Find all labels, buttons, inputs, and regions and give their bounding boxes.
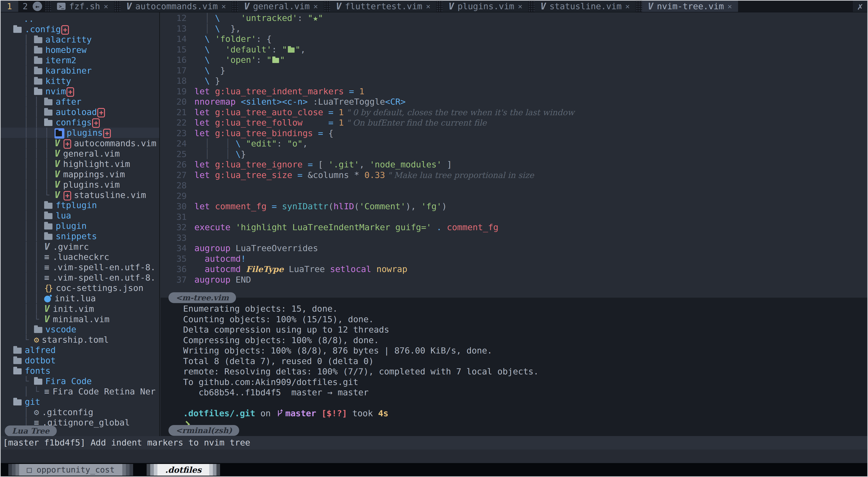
tree-item-configs[interactable]: │ │ configs+: [13, 117, 159, 128]
tree-item-.config[interactable]: .config+: [13, 24, 159, 34]
code-line: 21let g:lua_tree_auto_close = 1 " 0 by d…: [161, 107, 867, 118]
tab-fzf.sh[interactable]: >_fzf.sh×: [51, 1, 114, 12]
tree-item-nvim[interactable]: │ nvim+: [13, 86, 159, 97]
tree-item-highlight.vim[interactable]: │ │ │ Vhighlight.vim: [13, 159, 159, 169]
tab-close-icon[interactable]: ×: [518, 2, 522, 11]
tree-item-..[interactable]: ..: [13, 14, 159, 24]
tree-item-ftplugin[interactable]: │ │ ftplugin: [13, 200, 159, 210]
folder-closed-icon: [44, 99, 53, 105]
tree-item-kitty[interactable]: │ kitty: [13, 76, 159, 86]
vim-cmdline-area: [1, 449, 867, 463]
tree-item-plugin[interactable]: │ │ plugin: [13, 221, 159, 231]
tab-close-icon[interactable]: ×: [221, 2, 226, 11]
close-all-icon[interactable]: ✗: [853, 1, 867, 12]
tree-item-vscode[interactable]: │ vscode: [13, 324, 159, 335]
prompt-caret-line: [183, 419, 867, 429]
tree-item-autoload[interactable]: │ │ autoload+: [13, 107, 159, 117]
tree-item-mappings.vim[interactable]: │ │ │ Vmappings.vim: [13, 169, 159, 179]
editor-buffer[interactable]: 12 │ \ 'untracked': "★"13 │ \ },14 \ 'fo…: [161, 12, 867, 298]
tree-item-alacritty[interactable]: │ alacritty: [13, 34, 159, 45]
tab-close-icon[interactable]: ×: [727, 2, 732, 11]
tmux-status-bar: □ opportunity_cost.dotfiles: [1, 463, 867, 476]
tab-autocommands.vim[interactable]: Vautocommands.vim×: [121, 1, 232, 12]
text-file-icon: ≡: [44, 386, 49, 397]
tab-nvim-tree.vim[interactable]: Vnvim-tree.vim×: [642, 1, 738, 12]
line-number: 16: [161, 55, 194, 65]
tab-fluttertest.vim[interactable]: Vfluttertest.vim×: [330, 1, 436, 12]
tree-item-init.lua[interactable]: │ │ init.lua: [13, 293, 159, 304]
tree-item-Fira Code[interactable]: └ Fira Code: [13, 376, 159, 386]
tab-plugins.vim[interactable]: Vplugins.vim×: [442, 1, 528, 12]
vim-message-line: [master f1bd4f5] Add indent markers to n…: [1, 436, 867, 449]
folder-closed-icon: [44, 110, 53, 116]
vim-icon: V: [126, 1, 132, 11]
code-line: 19let g:lua_tree_indent_markers = 1: [161, 86, 867, 97]
folder-cursor-icon: [55, 128, 64, 139]
tree-item-.gitconfig[interactable]: │ ⚙.gitconfig: [13, 407, 159, 417]
tree-item-.gvimrc[interactable]: │ │ V.gvimrc: [13, 241, 159, 252]
file-tree-sidebar[interactable]: ...config+ │ alacritty │ homebrew │ iter…: [1, 12, 160, 436]
tree-item-.vim-spell-en.utf-8.[interactable]: │ │ ≡.vim-spell-en.utf-8.: [13, 272, 159, 283]
tab-close-icon[interactable]: ×: [313, 2, 318, 11]
tmux-segment: [147, 464, 150, 476]
tree-indent-guides: │: [13, 35, 34, 44]
folder-closed-icon: [34, 37, 42, 43]
tree-item-after[interactable]: │ │ after: [13, 97, 159, 107]
code-line: 22let g:lua_tree_follow = 1 " On bufEnte…: [161, 117, 867, 128]
folder-closed-icon: [44, 203, 53, 209]
tab-scroll-left-icon[interactable]: ←: [33, 2, 42, 11]
tmux-segment: [16, 464, 19, 476]
tab-statusline.vim[interactable]: Vstatusline.vim×: [535, 1, 636, 12]
tree-item-autocommands.vim[interactable]: │ │ │ V+autocommands.vim: [13, 138, 159, 148]
tree-item-fonts[interactable]: fonts: [13, 366, 159, 376]
tab-close-icon[interactable]: ×: [426, 2, 430, 11]
terminal-pane[interactable]: Enumerating objects: 15, done.Counting o…: [161, 298, 867, 436]
tree-indent-guides: │ │ └: [13, 190, 55, 200]
tab-number-other[interactable]: 2: [18, 1, 32, 12]
git-branch-icon: [277, 409, 283, 420]
code-line: 30let comment_fg = synIDattr(hlID('Comme…: [161, 201, 867, 212]
tree-item-statusline.vim[interactable]: │ │ └ V+statusline.vim: [13, 190, 159, 200]
tree-item-coc-settings.json[interactable]: │ │ {}coc-settings.json: [13, 283, 159, 293]
tmux-window--dotfiles[interactable]: .dotfiles: [147, 464, 220, 476]
code-line: 18 \ }: [161, 76, 867, 86]
code-line: 27let g:lua_tree_size = &columns * 0.33 …: [161, 170, 867, 180]
vim-icon: V: [540, 1, 546, 11]
tab-separator: [232, 1, 238, 12]
tree-indent-guides: │ │ │: [13, 180, 55, 190]
tab-general.vim[interactable]: Vgeneral.vim×: [238, 1, 323, 12]
tree-item-minimal.vim[interactable]: │ └ Vminimal.vim: [13, 314, 159, 324]
folder-glyph-open: [272, 58, 279, 63]
tree-item-iterm2[interactable]: │ iterm2: [13, 55, 159, 66]
folder-closed-icon: [34, 78, 42, 84]
tree-item-git[interactable]: git: [13, 397, 159, 407]
folder-glyph-closed: [288, 47, 294, 53]
git-modified-badge: +: [63, 139, 71, 149]
tree-indent-guides: └: [13, 376, 34, 386]
code-line: 13 │ \ },: [161, 24, 867, 34]
tree-item-lua[interactable]: │ │ lua: [13, 210, 159, 221]
tree-item-label: general.vim: [63, 149, 120, 159]
tree-item-.vim-spell-en.utf-8.[interactable]: │ │ ≡.vim-spell-en.utf-8.: [13, 262, 159, 272]
tmux-window-label: □ opportunity_cost: [19, 464, 122, 476]
tree-item-homebrew[interactable]: │ homebrew: [13, 45, 159, 55]
tree-item-plugins.vim[interactable]: │ │ │ Vplugins.vim: [13, 179, 159, 190]
tree-item-Fira Code Retina Ner[interactable]: │ └ ≡Fira Code Retina Ner: [13, 386, 159, 397]
tree-item-label: autocommands.vim: [74, 138, 156, 148]
tree-item-general.vim[interactable]: │ │ │ Vgeneral.vim: [13, 148, 159, 159]
tree-item-alfred[interactable]: alfred: [13, 345, 159, 355]
tree-item-init.vim[interactable]: │ │ Vinit.vim: [13, 304, 159, 314]
tree-item-.luacheckrc[interactable]: │ │ ≡.luacheckrc: [13, 252, 159, 262]
line-number: 14: [161, 34, 194, 44]
tab-number-active[interactable]: 1: [1, 1, 18, 12]
tab-close-icon[interactable]: ×: [625, 2, 630, 11]
vim-icon: V: [336, 1, 341, 11]
tree-item-karabiner[interactable]: │ karabiner: [13, 66, 159, 76]
tab-close-icon[interactable]: ×: [103, 2, 108, 11]
git-modified-badge: +: [66, 87, 74, 97]
tree-item-starship.toml[interactable]: └ ⚙starship.toml: [13, 335, 159, 345]
tree-item-snippets[interactable]: │ │ snippets: [13, 231, 159, 241]
tmux-window--opportunity-cost[interactable]: □ opportunity_cost: [8, 464, 133, 476]
tree-item-plugins[interactable]: │ │ │ plugins+: [1, 128, 159, 138]
tree-item-dotbot[interactable]: dotbot: [13, 355, 159, 366]
